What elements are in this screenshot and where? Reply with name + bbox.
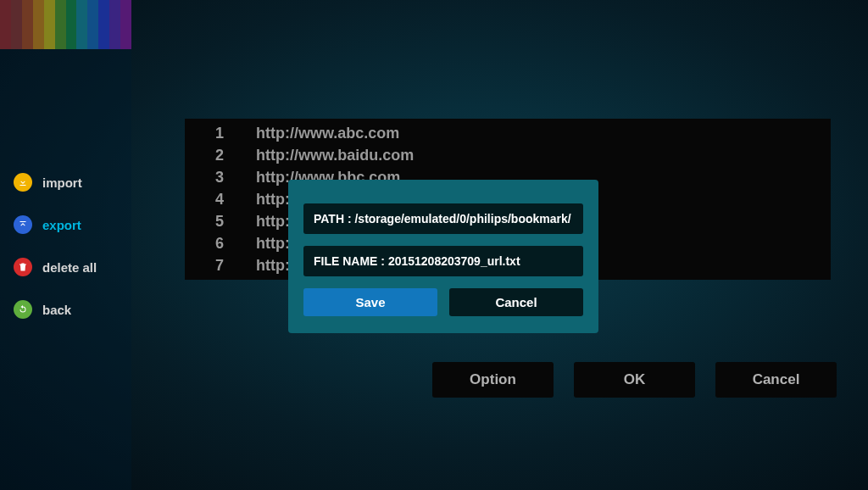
url-index: 6 — [215, 234, 256, 253]
url-text: http: — [256, 212, 290, 231]
ok-button[interactable]: OK — [574, 362, 695, 398]
upload-icon — [14, 215, 32, 234]
filename-label: FILE NAME : — [314, 254, 385, 268]
url-index: 7 — [215, 256, 256, 275]
sidebar: import export delete all back — [0, 0, 131, 490]
path-field[interactable]: PATH : /storage/emulated/0/philips/bookm… — [303, 203, 583, 234]
url-text: http: — [256, 190, 290, 209]
url-text: http: — [256, 256, 290, 275]
sidebar-item-delete-all[interactable]: delete all — [0, 246, 131, 288]
url-index: 5 — [215, 212, 256, 231]
trash-icon — [14, 258, 32, 276]
sidebar-item-import[interactable]: import — [0, 161, 131, 203]
filename-field[interactable]: FILE NAME : 20151208203709_url.txt — [303, 246, 583, 276]
path-value: /storage/emulated/0/philips/bookmark/ — [354, 212, 570, 226]
filename-value: 20151208203709_url.txt — [388, 254, 520, 268]
url-index: 2 — [215, 146, 256, 164]
save-button[interactable]: Save — [303, 288, 437, 316]
url-text: http://www.baidu.com — [256, 146, 414, 164]
sidebar-item-back[interactable]: back — [0, 288, 131, 331]
sidebar-item-label: delete all — [42, 260, 97, 275]
cancel-button[interactable]: Cancel — [449, 288, 583, 316]
path-label: PATH : — [314, 212, 352, 226]
url-index: 3 — [215, 168, 256, 187]
url-index: 1 — [215, 124, 256, 142]
bottom-button-row: Option OK Cancel — [432, 362, 837, 398]
dialog-button-row: Save Cancel — [303, 288, 583, 316]
back-icon — [14, 300, 32, 319]
option-button[interactable]: Option — [432, 362, 554, 398]
url-text: http://www.abc.com — [256, 124, 399, 142]
sidebar-item-export[interactable]: export — [0, 203, 131, 246]
sidebar-item-label: import — [42, 175, 82, 190]
export-dialog: PATH : /storage/emulated/0/philips/bookm… — [288, 180, 598, 333]
bottom-cancel-button[interactable]: Cancel — [715, 362, 837, 398]
url-row[interactable]: 1http://www.abc.com — [185, 122, 831, 144]
sidebar-item-label: export — [42, 218, 81, 232]
sidebar-item-label: back — [42, 303, 71, 317]
url-index: 4 — [215, 190, 256, 209]
download-icon — [14, 173, 32, 192]
url-text: http: — [256, 234, 290, 253]
url-row[interactable]: 2http://www.baidu.com — [185, 144, 831, 166]
